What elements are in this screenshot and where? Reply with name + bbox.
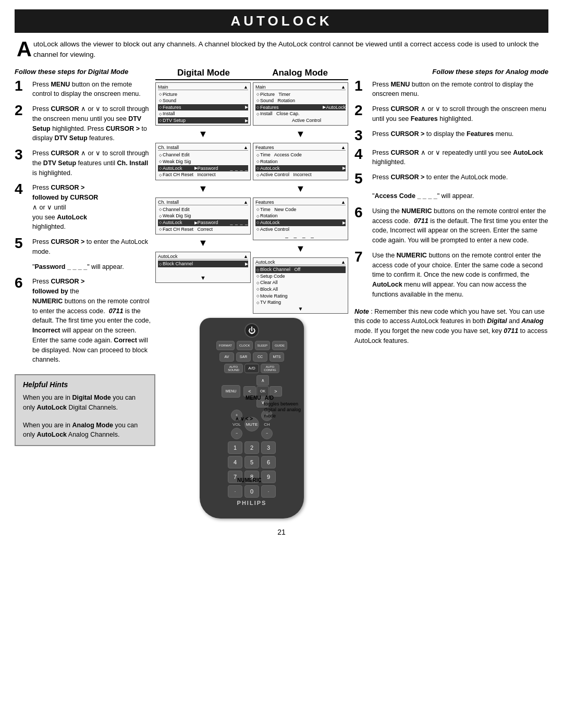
page-title: AUTOLOCK — [15, 9, 548, 33]
digital-arrow-3: ▼ — [155, 236, 251, 250]
step-right-6b: 6 Using the NUMERIC buttons on the remot… — [354, 206, 548, 245]
digital-arrow-1: ▼ — [155, 127, 251, 141]
hints-text-1: When you are in Digital Mode you can onl… — [23, 393, 147, 413]
philips-logo: PHILIPS — [206, 500, 298, 506]
numeric-pad: 1 2 3 4 5 6 7 8 9 · 0 · — [228, 441, 276, 498]
digital-screens: Main▲ ◇ Picture ◇ Sound ◇ Features ▶ ◇ I… — [155, 82, 251, 314]
ad-desc-annotation: toggles betweendigital and analogmode — [264, 401, 301, 419]
num-dot2[interactable]: · — [261, 485, 276, 498]
num-4[interactable]: 4 — [228, 456, 242, 468]
menu-annotation: MENU — [246, 395, 261, 401]
cc-button[interactable]: CC — [253, 352, 267, 362]
step-left-6a: "Password _ _ _ _" will appear. — [15, 262, 151, 272]
right-section-label: Follow these steps for Analog mode — [352, 68, 548, 76]
step-left-5: 5 Press CURSOR > to enter the AutoLock m… — [15, 237, 151, 257]
step-right-7: 7 Use the NUMERIC buttons on the remote … — [354, 251, 548, 300]
note-text: Note : Remember this new code which you … — [354, 307, 548, 346]
menu-button[interactable]: MENU — [222, 385, 240, 398]
analog-screen-4: AutoLock▲ ◇ Block Channel Off ◇ Setup Co… — [253, 257, 348, 314]
mts-button[interactable]: MTS — [270, 352, 284, 362]
digital-screen-4: AutoLock▲ ◇ Block Channel ▶ ▼ — [155, 252, 251, 283]
num-3[interactable]: 3 — [261, 441, 276, 454]
format-button[interactable]: FORMAT — [216, 341, 235, 350]
step-right-5: 5 Press CURSOR > to enter the AutoLock m… — [354, 172, 548, 186]
analog-mode-label: Analog Mode — [252, 68, 348, 80]
power-button[interactable]: ⏻ — [244, 323, 259, 338]
analog-screen-2: Features▲ ◇ Time Access Code ◇ Rotation … — [253, 143, 348, 180]
intro-paragraph: A utoLock allows the viewer to block out… — [15, 39, 548, 60]
digital-screen-2: Ch. Install▲ ◇ Channel Edit ◇ Weak Dig S… — [155, 143, 251, 180]
step-right-3: 3 Press CURSOR > to display the Features… — [354, 129, 548, 143]
digital-screen-3: Ch. Install▲ ◇ Channel Edit ◇ Weak Dig S… — [155, 198, 251, 235]
auto-config-button[interactable]: AUTOCONFIG — [261, 364, 279, 373]
analog-arrow-1: ▼ — [253, 127, 348, 141]
hints-title: Helpful Hints — [23, 380, 147, 389]
vol-minus-button[interactable]: − — [231, 428, 242, 439]
ad-button[interactable]: A/D — [244, 364, 259, 373]
cursor-annotation: ∧ ∨ < > — [235, 416, 253, 422]
analog-arrow-2: ▼ — [253, 182, 348, 196]
analog-screens: Main▲ ◇ Picture Timer ◇ Sound Rotation ◇… — [253, 82, 348, 314]
numeric-annotation: NUMERIC — [237, 477, 262, 483]
analog-screen-3: Features▲ ◇ Time New Code ◇ Rotation ◇ A… — [253, 198, 348, 240]
hints-text-2: When you are in Analog Mode you can only… — [23, 421, 147, 440]
step-left-1: 1 Press MENU button on the remote contro… — [15, 80, 151, 100]
sleep-button[interactable]: SLEEP — [255, 341, 270, 350]
step-left-2: 2 Press CURSOR ∧ or ∨ to scroll through … — [15, 104, 151, 143]
num-9[interactable]: 9 — [261, 471, 276, 483]
num-dot1[interactable]: · — [228, 485, 242, 498]
step-left-3: 3 Press CURSOR ∧ or ∨ to scroll through … — [15, 149, 151, 178]
step-left-4: 4 Press CURSOR >followed by CURSOR∧ or ∨… — [15, 183, 151, 232]
step-right-1: 1 Press MENU button on the remote contro… — [354, 80, 548, 100]
num-1[interactable]: 1 — [228, 441, 242, 454]
guide-button[interactable]: GUIDE — [272, 341, 287, 350]
num-6[interactable]: 6 — [261, 456, 276, 468]
ad-annotation: A/D — [265, 395, 274, 401]
screen-diagrams: Main▲ ◇ Picture ◇ Sound ◇ Features ▶ ◇ I… — [155, 82, 348, 314]
page-number: 21 — [15, 528, 548, 536]
cursor-up-button[interactable]: ∧ — [256, 375, 269, 386]
num-2[interactable]: 2 — [244, 441, 259, 454]
step-right-4: 4 Press CURSOR ∧ or ∨ repeatedly until y… — [354, 148, 548, 168]
remote-diagram: MENU ∧ ∨ < > NUMERIC A/D toggles between… — [200, 318, 304, 519]
sar-button[interactable]: SAR — [236, 352, 251, 362]
left-section-label: Follow these steps for Digital Mode — [15, 68, 151, 76]
helpful-hints-box: Helpful Hints When you are in Digital Mo… — [15, 374, 155, 446]
mode-headers: Digital Mode Analog Mode — [155, 68, 348, 80]
step-right-2: 2 Press CURSOR ∧ or ∨ to scroll through … — [354, 104, 548, 124]
clock-button[interactable]: CLOCK — [237, 341, 253, 350]
digital-screen-1: Main▲ ◇ Picture ◇ Sound ◇ Features ▶ ◇ I… — [155, 82, 251, 126]
analog-screen-1: Main▲ ◇ Picture Timer ◇ Sound Rotation ◇… — [253, 82, 348, 126]
av-button[interactable]: AV — [219, 352, 234, 362]
step-right-6a: "Access Code _ _ _ _" will appear. — [354, 191, 548, 201]
num-0[interactable]: 0 — [244, 485, 259, 498]
digital-arrow-2: ▼ — [155, 182, 251, 196]
step-left-6b: 6 Press CURSOR >followed by theNUMERIC b… — [15, 277, 151, 365]
num-5[interactable]: 5 — [244, 456, 259, 468]
ch-minus-button[interactable]: − — [261, 428, 273, 439]
auto-sound-button[interactable]: AUTOSOUND — [224, 364, 243, 373]
analog-arrow-3: ▼ — [253, 242, 348, 256]
digital-mode-label: Digital Mode — [155, 68, 252, 80]
